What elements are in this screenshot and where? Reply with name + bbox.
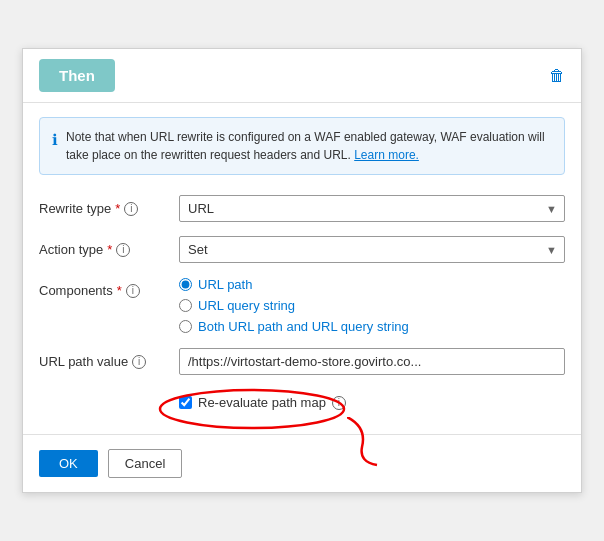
rewrite-type-row: Rewrite type * i URL Header ▼ xyxy=(39,195,565,222)
action-type-info-icon[interactable]: i xyxy=(116,243,130,257)
ok-button[interactable]: OK xyxy=(39,450,98,477)
rewrite-type-info-icon[interactable]: i xyxy=(124,202,138,216)
action-type-select[interactable]: Set Delete xyxy=(179,236,565,263)
url-path-value-info-icon[interactable]: i xyxy=(132,355,146,369)
components-required: * xyxy=(117,283,122,298)
radio-url-path-label: URL path xyxy=(198,277,252,292)
info-box: ℹ Note that when URL rewrite is configur… xyxy=(39,117,565,175)
form-body: Rewrite type * i URL Header ▼ Action typ… xyxy=(23,185,581,434)
components-info-icon[interactable]: i xyxy=(126,284,140,298)
reevaluate-label: Re-evaluate path map xyxy=(198,395,326,410)
url-path-value-label: URL path value i xyxy=(39,348,179,369)
radio-both-input[interactable] xyxy=(179,320,192,333)
url-path-value-control xyxy=(179,348,565,375)
components-label: Components * i xyxy=(39,277,179,298)
radio-url-query[interactable]: URL query string xyxy=(179,298,565,313)
info-text: Note that when URL rewrite is configured… xyxy=(66,128,552,164)
rewrite-type-select[interactable]: URL Header xyxy=(179,195,565,222)
dialog-footer: OK Cancel xyxy=(23,434,581,492)
dialog-header: Then 🗑 xyxy=(23,49,581,103)
action-type-required: * xyxy=(107,242,112,257)
radio-both-label: Both URL path and URL query string xyxy=(198,319,409,334)
action-type-select-wrapper: Set Delete ▼ xyxy=(179,236,565,263)
rewrite-type-label: Rewrite type * i xyxy=(39,195,179,216)
learn-more-link[interactable]: Learn more. xyxy=(354,148,419,162)
reevaluate-checkbox[interactable] xyxy=(179,396,192,409)
dialog-container: Then 🗑 ℹ Note that when URL rewrite is c… xyxy=(22,48,582,493)
info-icon: ℹ xyxy=(52,129,58,152)
trash-icon[interactable]: 🗑 xyxy=(549,67,565,85)
radio-url-path-input[interactable] xyxy=(179,278,192,291)
radio-url-query-input[interactable] xyxy=(179,299,192,312)
radio-both[interactable]: Both URL path and URL query string xyxy=(179,319,565,334)
radio-url-path[interactable]: URL path xyxy=(179,277,565,292)
action-type-row: Action type * i Set Delete ▼ xyxy=(39,236,565,263)
reevaluate-info-icon[interactable]: i xyxy=(332,396,346,410)
rewrite-type-required: * xyxy=(115,201,120,216)
rewrite-type-control: URL Header ▼ xyxy=(179,195,565,222)
radio-url-query-label: URL query string xyxy=(198,298,295,313)
action-type-label: Action type * i xyxy=(39,236,179,257)
cancel-button[interactable]: Cancel xyxy=(108,449,182,478)
rewrite-type-select-wrapper: URL Header ▼ xyxy=(179,195,565,222)
url-path-value-input[interactable] xyxy=(179,348,565,375)
components-row: Components * i URL path URL query string… xyxy=(39,277,565,334)
then-badge: Then xyxy=(39,59,115,92)
reevaluate-row: Re-evaluate path map i xyxy=(179,395,346,410)
url-path-value-row: URL path value i xyxy=(39,348,565,375)
action-type-control: Set Delete ▼ xyxy=(179,236,565,263)
components-control: URL path URL query string Both URL path … xyxy=(179,277,565,334)
